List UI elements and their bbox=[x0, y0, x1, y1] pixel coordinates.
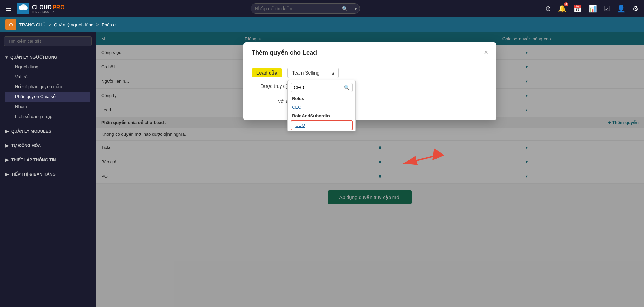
global-search[interactable]: 🔍 ▾ bbox=[251, 3, 360, 14]
chevron-down-icon: ▾ bbox=[5, 55, 8, 60]
modal-row-truy-cap: Được truy cập bởi bbox=[252, 83, 488, 89]
notification-icon[interactable]: 🔔 4 bbox=[558, 4, 566, 13]
breadcrumb-level1[interactable]: Quản lý người dùng bbox=[54, 22, 93, 27]
sidebar-item-ho-so-phan-quyen[interactable]: Hồ sơ phân quyền mẫu bbox=[5, 82, 90, 92]
role-search-input[interactable] bbox=[294, 85, 344, 90]
breadcrumb-sep2: > bbox=[96, 22, 99, 27]
chevron-right-icon: ▶ bbox=[5, 129, 9, 134]
role-item-ceo[interactable]: CEO bbox=[288, 103, 355, 112]
sidebar-section-tiep-thi: ▶ TIẾP THỊ & BÁN HÀNG bbox=[0, 167, 96, 182]
svg-marker-8 bbox=[432, 148, 444, 160]
sidebar-item-nhom[interactable]: Nhóm bbox=[5, 102, 90, 111]
main-layout: ▾ QUẢN LÝ NGƯỜI DÙNG Người dùng Vai trò … bbox=[0, 32, 644, 307]
sidebar-section-quan-ly-nguoi-dung: ▾ QUẢN LÝ NGƯỜI DÙNG Người dùng Vai trò … bbox=[0, 50, 96, 124]
sidebar-section-label: QUẢN LÝ NGƯỜI DÙNG bbox=[10, 55, 57, 60]
chart-icon[interactable]: 📊 bbox=[589, 4, 597, 13]
sidebar-section-label: QUẢN LÝ MODULES bbox=[11, 129, 51, 134]
sidebar-section-label: TỰ ĐỘNG HÓA bbox=[11, 143, 41, 148]
sidebar-search-input[interactable] bbox=[4, 36, 92, 46]
nav-icons: ⊕ 🔔 4 📅 📊 ☑ 👤 ⚙ bbox=[545, 4, 639, 13]
sidebar: ▾ QUẢN LÝ NGƯỜI DÙNG Người dùng Vai trò … bbox=[0, 32, 96, 307]
sidebar-item-phan-quyen-chia-se[interactable]: Phân quyền Chia sẻ bbox=[5, 92, 90, 102]
sidebar-section-header-tiep-thi[interactable]: ▶ TIẾP THỊ & BÁN HÀNG bbox=[5, 170, 90, 179]
team-selling-dropdown[interactable]: Team Selling ▴ 🔍 Roles CEO bbox=[287, 68, 339, 78]
sidebar-section-tu-dong-hoa: ▶ TỰ ĐỘNG HÓA bbox=[0, 138, 96, 153]
calendar-icon[interactable]: 📅 bbox=[573, 4, 582, 13]
breadcrumb-level2: Phân c... bbox=[102, 22, 119, 27]
hamburger-menu[interactable]: ☰ bbox=[5, 4, 12, 13]
sidebar-item-vai-tro[interactable]: Vai trò bbox=[5, 72, 90, 82]
content-area: M Riêng tư Chia sẻ quyền nâng cao Công v… bbox=[96, 32, 644, 307]
search-icon: 🔍 bbox=[344, 85, 350, 90]
chevron-right-icon: ▶ bbox=[5, 143, 9, 148]
modal-row-quyen: với quyền Lưu bbox=[252, 94, 488, 108]
top-navigation: ☰ CLOUD PRO THE ON INDUSTRY 🔍 ▾ ⊕ 🔔 4 📅 … bbox=[0, 0, 644, 17]
role-dropdown-popup: 🔍 Roles CEO RoleAndSubordin... CEO bbox=[287, 80, 356, 131]
breadcrumb-sep1: > bbox=[49, 22, 51, 27]
chevron-right-icon: ▶ bbox=[5, 172, 9, 177]
role-search-row: 🔍 bbox=[291, 83, 353, 92]
modal-body: Lead của Team Selling ▴ 🔍 bbox=[243, 61, 496, 120]
modal-overlay: Thêm quyền cho Lead × Lead của Team Sell… bbox=[96, 32, 644, 307]
sidebar-section-label: THIẾT LẬP THÔNG TIN bbox=[11, 158, 56, 162]
modal-title: Thêm quyền cho Lead bbox=[252, 49, 317, 56]
checkbox-icon[interactable]: ☑ bbox=[604, 4, 610, 13]
sidebar-item-nguoi-dung[interactable]: Người dùng bbox=[5, 62, 90, 72]
modal-close-button[interactable]: × bbox=[484, 49, 488, 56]
add-icon[interactable]: ⊕ bbox=[545, 4, 551, 13]
sidebar-item-lich-su-dang-nhap[interactable]: Lịch sử đăng nhập bbox=[5, 111, 90, 121]
breadcrumb-bar: ⚙ TRANG CHỦ > Quản lý người dùng > Phân … bbox=[0, 17, 644, 32]
svg-point-3 bbox=[23, 6, 28, 10]
modal-them-quyen: Thêm quyền cho Lead × Lead của Team Sell… bbox=[243, 42, 496, 120]
sidebar-section-header-tu-dong-hoa[interactable]: ▶ TỰ ĐỘNG HÓA bbox=[5, 141, 90, 150]
lead-badge: Lead của bbox=[252, 68, 282, 77]
sidebar-section-thiet-lap: ▶ THIẾT LẬP THÔNG TIN bbox=[0, 153, 96, 167]
sidebar-search-container bbox=[0, 32, 96, 50]
role-item-ceo-highlighted[interactable]: CEO bbox=[291, 120, 353, 130]
sidebar-section-header-quan-ly-nguoi-dung[interactable]: ▾ QUẢN LÝ NGƯỜI DÙNG bbox=[5, 53, 90, 62]
annotation-arrow bbox=[376, 145, 444, 172]
svg-text:PRO: PRO bbox=[53, 4, 65, 10]
role-and-sub-section-label: RoleAndSubordin... bbox=[288, 112, 355, 120]
team-selling-button[interactable]: Team Selling ▴ bbox=[287, 68, 339, 78]
chevron-down-icon: ▾ bbox=[355, 7, 357, 11]
svg-text:THE ON INDUSTRY: THE ON INDUSTRY bbox=[32, 11, 54, 13]
modal-row-lead: Lead của Team Selling ▴ 🔍 bbox=[252, 68, 488, 78]
settings-icon[interactable]: ⚙ bbox=[632, 4, 639, 13]
logo-area: CLOUD PRO THE ON INDUSTRY bbox=[17, 2, 65, 15]
modal-header: Thêm quyền cho Lead × bbox=[243, 42, 496, 61]
cloudpro-logo: CLOUD PRO THE ON INDUSTRY bbox=[17, 2, 65, 15]
sidebar-section-header-quan-ly-modules[interactable]: ▶ QUẢN LÝ MODULES bbox=[5, 127, 90, 136]
team-selling-label: Team Selling bbox=[292, 70, 319, 76]
sidebar-section-quan-ly-modules: ▶ QUẢN LÝ MODULES bbox=[0, 124, 96, 138]
sidebar-section-label: TIẾP THỊ & BÁN HÀNG bbox=[11, 172, 56, 177]
breadcrumb-home[interactable]: TRANG CHỦ bbox=[19, 22, 46, 27]
notification-badge: 4 bbox=[564, 2, 568, 6]
search-icon: 🔍 bbox=[342, 6, 348, 11]
chevron-right-icon: ▶ bbox=[5, 158, 9, 162]
settings-icon-btn[interactable]: ⚙ bbox=[5, 19, 16, 30]
chevron-up-icon: ▴ bbox=[332, 70, 334, 76]
roles-section-label: Roles bbox=[288, 95, 355, 103]
sidebar-section-header-thiet-lap[interactable]: ▶ THIẾT LẬP THÔNG TIN bbox=[5, 156, 90, 164]
svg-point-2 bbox=[19, 6, 24, 10]
svg-text:CLOUD: CLOUD bbox=[32, 4, 52, 10]
user-icon[interactable]: 👤 bbox=[617, 4, 626, 13]
